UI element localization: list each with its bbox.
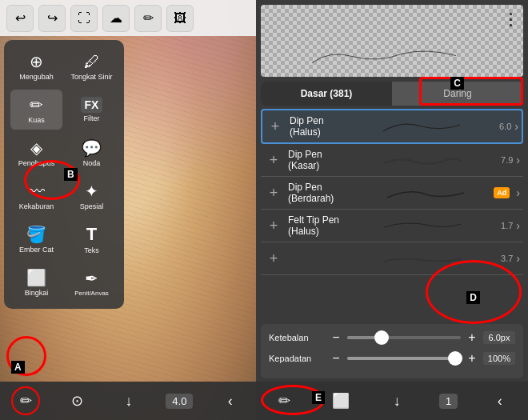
brush-name-felt-tip-halus: Felt Tip Pen (Halus) — [283, 214, 355, 237]
brush-value-felt-tip: 1.7 — [489, 221, 513, 230]
tool-filter[interactable]: FX Filter — [66, 90, 118, 130]
annotation-a-label: A — [11, 361, 25, 374]
image-button[interactable]: 🖼 — [166, 5, 194, 32]
brush-item-dip-pen-berdarah[interactable]: + Dip Pen (Berdarah) Ad › — [261, 177, 523, 210]
brush-arrow-dip-pen-halus: › — [514, 120, 518, 133]
bottom-eraser-button[interactable]: ⊙ — [63, 386, 92, 415]
bottom-right-pencil-button[interactable]: ✏ — [270, 386, 298, 415]
filter-icon: FX — [81, 97, 103, 113]
brush-value-dip-pen-kasar: 7.9 — [489, 155, 513, 165]
annotation-c-label: C — [450, 77, 464, 90]
kuas-icon: ✏ — [30, 95, 43, 114]
brush-sliders-section: Ketebalan − + 6.0px Kepadatan − + 100% — [261, 324, 523, 378]
undo-button[interactable]: ↩ — [6, 5, 34, 32]
brush-stroke-dip-pen-berdarah — [357, 182, 494, 204]
brush-stroke-dip-pen-halus — [355, 115, 487, 138]
tongkat-sinir-icon: 🖊 — [84, 53, 100, 71]
tool-penit-anvas[interactable]: ✒ Penit/Anvas — [66, 262, 118, 302]
ketebalan-value: 6.0px — [483, 331, 515, 344]
brush-item-dip-pen-halus[interactable]: + Dip Pen (Halus) 6.0 › — [261, 109, 523, 144]
penit-icon: ✒ — [85, 269, 98, 288]
bottom-toolbar-left: ✏ ⊙ ↓ 4.0 ‹ — [0, 382, 256, 420]
bottom-right-eraser-button[interactable]: ⬜ — [326, 386, 355, 415]
ketebalan-plus-button[interactable]: + — [466, 330, 478, 345]
tool-ember-cat[interactable]: 🪣 Ember Cat — [10, 219, 62, 259]
brush-arrow-dip-pen-kasar: › — [516, 154, 520, 166]
ketebalan-track[interactable] — [347, 336, 461, 339]
bottom-page-badge: 4.0 — [166, 394, 193, 409]
brush-preview-area: ⋮ — [261, 5, 523, 77]
tool-noda-label: Noda — [83, 159, 101, 167]
bingkai-icon: ⬜ — [26, 268, 46, 287]
brush-add-icon-kasar[interactable]: + — [264, 150, 283, 170]
tool-spesial-label: Spesial — [80, 202, 104, 210]
bottom-toolbar-right: E ✏ ⬜ ↓ 1 ‹ — [256, 382, 528, 420]
kepadatan-slider-row: Kepadatan − + 100% — [269, 351, 515, 366]
tool-mengubah[interactable]: ⊕ Mengubah — [10, 46, 62, 86]
brush-name-dip-pen-halus: Dip Pen (Halus) — [285, 115, 355, 138]
annotation-d-label: D — [466, 291, 480, 304]
tool-bingkai-label: Bingkai — [25, 289, 49, 297]
tool-kekaburan-label: Kekaburan — [19, 202, 54, 210]
brush-stroke-preview — [269, 45, 499, 69]
kepadatan-plus-button[interactable]: + — [466, 351, 478, 366]
tool-filter-label: Filter — [84, 114, 100, 122]
kepadatan-label: Kepadatan — [269, 354, 325, 363]
ketebalan-label: Ketebalan — [269, 333, 325, 342]
brush-name-dip-pen-kasar: Dip Pen (Kasar) — [283, 149, 355, 171]
annotation-b-label: B — [64, 168, 78, 181]
brush-item-felt-tip-halus[interactable]: + Felt Tip Pen (Halus) 1.7 › — [261, 210, 523, 242]
penghapus-icon: ◈ — [30, 138, 42, 158]
ketebalan-thumb[interactable] — [374, 330, 389, 345]
brush-ad-badge: Ad — [494, 187, 510, 198]
cloud-button[interactable]: ☁ — [102, 5, 130, 32]
tool-tongkat-sinir-label: Tongkat Sinir — [70, 73, 112, 81]
brush-name-dip-pen-berdarah: Dip Pen (Berdarah) — [283, 182, 357, 204]
transform-button[interactable]: ⛶ — [70, 5, 98, 32]
more-options-button[interactable]: ⋮ — [502, 10, 518, 29]
brush-item-dip-pen-kasar[interactable]: + Dip Pen (Kasar) 7.9 › — [261, 144, 523, 177]
teks-icon: T — [86, 224, 97, 245]
bottom-right-back-button[interactable]: ‹ — [486, 386, 514, 415]
brush-arrow-felt-tip: › — [516, 219, 520, 232]
noda-icon: 💬 — [82, 138, 102, 158]
annotation-e-label: E — [312, 391, 325, 404]
bottom-down-button[interactable]: ↓ — [114, 386, 143, 415]
brush-add-icon-extra[interactable]: + — [264, 249, 283, 268]
tool-tongkat-sinir[interactable]: 🖊 Tongkat Sinir — [66, 46, 118, 86]
brush-stroke-felt-tip — [355, 214, 490, 237]
kepadatan-track[interactable] — [347, 357, 461, 360]
brush-arrow-dip-pen-berdarah: › — [516, 186, 520, 199]
tool-penit-label: Penit/Anvas — [74, 290, 109, 297]
ketebalan-minus-button[interactable]: − — [330, 330, 342, 345]
ketebalan-slider-row: Ketebalan − + 6.0px — [269, 330, 515, 345]
tool-mengubah-label: Mengubah — [19, 73, 54, 81]
tab-dasar[interactable]: Dasar (381) — [261, 82, 392, 106]
kepadatan-thumb[interactable] — [448, 351, 462, 366]
brush-add-icon-felt[interactable]: + — [264, 216, 283, 235]
bottom-right-down-button[interactable]: ↓ — [382, 386, 411, 415]
tool-kuas[interactable]: ✏ Kuas — [10, 90, 62, 130]
kepadatan-minus-button[interactable]: − — [330, 351, 342, 366]
brush-arrow-extra: › — [516, 252, 520, 265]
brush-value-dip-pen-halus: 6.0 — [487, 122, 511, 131]
tool-bingkai[interactable]: ⬜ Bingkai — [10, 262, 62, 302]
left-canvas-panel: ↩ ↪ ⛶ ☁ ✏ 🖼 ⊕ Mengubah 🖊 Tongkat Sinir ✏… — [0, 0, 256, 420]
brush-add-icon[interactable]: + — [266, 117, 285, 136]
brush-stroke-extra — [355, 247, 490, 270]
tool-teks[interactable]: T Teks — [66, 219, 118, 259]
kepadatan-value: 100% — [483, 352, 515, 365]
bottom-back-button[interactable]: ‹ — [216, 386, 245, 415]
brush-add-icon-berdarah[interactable]: + — [264, 183, 283, 202]
tool-ember-cat-label: Ember Cat — [19, 246, 54, 254]
kepadatan-fill — [347, 357, 455, 360]
bottom-pencil-button[interactable]: ✏ — [11, 386, 40, 415]
mengubah-icon: ⊕ — [30, 52, 43, 71]
pencil-button[interactable]: ✏ — [134, 5, 162, 32]
redo-button[interactable]: ↪ — [38, 5, 66, 32]
brush-item-extra[interactable]: + 3.7 › — [261, 242, 523, 275]
ember-cat-icon: 🪣 — [26, 225, 46, 244]
top-toolbar: ↩ ↪ ⛶ ☁ ✏ 🖼 — [0, 0, 256, 36]
tool-teks-label: Teks — [84, 246, 99, 254]
bottom-right-page-badge: 1 — [439, 394, 458, 409]
